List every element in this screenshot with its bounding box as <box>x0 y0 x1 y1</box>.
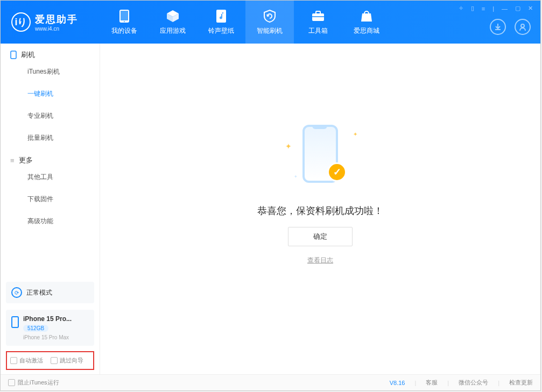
device-card[interactable]: iPhone 15 Pro... 512GB iPhone 15 Pro Max <box>6 310 94 346</box>
refresh-icon: ⟳ <box>11 287 22 298</box>
device-model: iPhone 15 Pro Max <box>23 334 72 340</box>
phone-icon <box>117 9 131 23</box>
support-link[interactable]: 客服 <box>426 379 438 387</box>
sidebar: 刷机 iTunes刷机 一键刷机 专业刷机 批量刷机 ≡ 更多 其他工具 下载固… <box>1 44 100 374</box>
checkbox-block-itunes[interactable]: 阻止iTunes运行 <box>8 379 59 387</box>
app-title: 爱思助手 <box>35 13 78 26</box>
footer: 阻止iTunes运行 V8.16 | 客服 | 微信公众号 | 检查更新 <box>1 374 540 390</box>
checkbox-skip-wizard[interactable]: 跳过向导 <box>51 357 83 365</box>
bag-icon <box>360 9 374 23</box>
device-phone-icon <box>11 316 19 328</box>
check-update-link[interactable]: 检查更新 <box>509 379 533 387</box>
user-button[interactable] <box>515 19 531 35</box>
nav-apps-games[interactable]: 应用游戏 <box>149 1 197 44</box>
nav-ringtones[interactable]: 铃声壁纸 <box>197 1 245 44</box>
refresh-shield-icon <box>263 9 277 23</box>
success-message: 恭喜您，保资料刷机成功啦！ <box>257 204 383 217</box>
sidebar-item-download-firmware[interactable]: 下载固件 <box>1 188 100 210</box>
checkbox-box-icon <box>10 357 17 364</box>
more-icon: ≡ <box>10 156 15 165</box>
sparkle-icon: ✦ <box>285 142 292 151</box>
nav-label: 铃声壁纸 <box>208 26 234 35</box>
music-icon <box>214 9 228 23</box>
nav-toolbox[interactable]: 工具箱 <box>294 1 342 44</box>
nav-label: 智能刷机 <box>257 26 283 35</box>
device-storage: 512GB <box>23 325 48 332</box>
nav-my-device[interactable]: 我的设备 <box>100 1 149 44</box>
mode-card[interactable]: ⟳ 正常模式 <box>6 282 94 303</box>
logo-icon: iり <box>11 12 31 32</box>
header: iり 爱思助手 www.i4.cn 我的设备 应用游戏 铃声壁纸 智能刷机 <box>1 1 540 44</box>
sidebar-item-other-tools[interactable]: 其他工具 <box>1 166 100 188</box>
check-badge-icon: ✓ <box>327 162 347 182</box>
app-subtitle: www.i4.cn <box>35 26 78 32</box>
nav-store[interactable]: 爱思商城 <box>342 1 391 44</box>
svg-rect-6 <box>312 16 324 17</box>
nav-smart-flash[interactable]: 智能刷机 <box>245 1 294 44</box>
skin-icon[interactable]: ✧ <box>456 4 466 13</box>
sidebar-item-pro-flash[interactable]: 专业刷机 <box>1 105 100 127</box>
sidebar-group-more: ≡ 更多 <box>1 149 100 166</box>
sidebar-item-one-click-flash[interactable]: 一键刷机 <box>1 83 100 105</box>
menu-icon[interactable]: ≡ <box>480 4 487 13</box>
nav-label: 应用游戏 <box>160 26 186 35</box>
sidebar-item-batch-flash[interactable]: 批量刷机 <box>1 127 100 149</box>
highlighted-options: 自动激活 跳过向导 <box>6 351 94 370</box>
maximize-icon[interactable]: ▢ <box>513 4 523 13</box>
sparkle-icon: ✦ <box>353 131 357 137</box>
nav-label: 我的设备 <box>111 26 137 35</box>
toolbox-icon <box>311 9 325 23</box>
version-label: V8.16 <box>390 380 405 386</box>
mode-label: 正常模式 <box>26 288 52 297</box>
phone-outline-icon <box>10 51 17 59</box>
logo-area: iり 爱思助手 www.i4.cn <box>1 12 100 32</box>
sparkle-icon: ✦ <box>294 174 298 179</box>
divider: | <box>490 4 496 13</box>
svg-point-7 <box>521 24 524 27</box>
top-nav: 我的设备 应用游戏 铃声壁纸 智能刷机 工具箱 爱思商城 <box>100 1 391 44</box>
view-log-link[interactable]: 查看日志 <box>307 256 333 265</box>
sidebar-item-itunes-flash[interactable]: iTunes刷机 <box>1 61 100 83</box>
illustration-notch <box>312 125 327 129</box>
checkbox-box-icon <box>51 357 58 364</box>
main-content: ✦ ✦ ✦ ✓ 恭喜您，保资料刷机成功啦！ 确定 查看日志 <box>100 44 540 374</box>
sidebar-group-flash: 刷机 <box>1 44 100 61</box>
checkbox-box-icon <box>8 379 15 386</box>
svg-point-2 <box>124 21 125 22</box>
window-controls: ✧ ▯ ≡ | — ▢ ✕ <box>456 4 535 13</box>
nav-label: 爱思商城 <box>354 26 379 35</box>
success-illustration: ✦ ✦ ✦ ✓ <box>280 120 361 190</box>
download-button[interactable] <box>490 19 506 35</box>
minimize-icon[interactable]: — <box>499 4 510 13</box>
nav-label: 工具箱 <box>308 26 328 35</box>
svg-rect-8 <box>11 51 16 59</box>
svg-rect-1 <box>121 11 128 20</box>
cube-icon <box>166 9 180 23</box>
device-name: iPhone 15 Pro... <box>23 315 72 323</box>
wechat-link[interactable]: 微信公众号 <box>459 379 488 387</box>
phone-mini-icon[interactable]: ▯ <box>469 4 476 13</box>
close-icon[interactable]: ✕ <box>526 4 535 13</box>
sidebar-item-advanced[interactable]: 高级功能 <box>1 210 100 232</box>
svg-rect-5 <box>316 11 320 14</box>
confirm-button[interactable]: 确定 <box>288 227 353 246</box>
checkbox-auto-activate[interactable]: 自动激活 <box>10 357 43 365</box>
